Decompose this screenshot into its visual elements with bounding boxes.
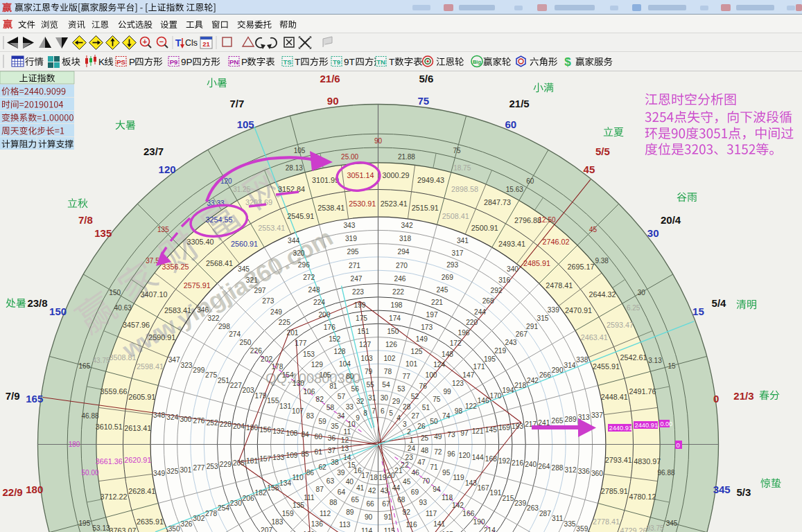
svg-text:338: 338 <box>576 356 588 364</box>
svg-text:2590.91: 2590.91 <box>148 333 175 342</box>
svg-text:344: 344 <box>288 237 299 245</box>
svg-text:297: 297 <box>254 287 266 294</box>
svg-text:157: 157 <box>259 455 271 463</box>
svg-text:291: 291 <box>526 323 538 330</box>
svg-text:Cls: Cls <box>185 38 198 48</box>
svg-text:148: 148 <box>442 351 453 358</box>
svg-text:80: 80 <box>346 373 354 380</box>
svg-text:2847.73: 2847.73 <box>484 198 511 206</box>
svg-text:350: 350 <box>168 525 180 532</box>
svg-text:3: 3 <box>403 420 407 428</box>
svg-text:79: 79 <box>365 368 373 375</box>
svg-text:10: 10 <box>347 420 356 428</box>
svg-text:69: 69 <box>411 488 419 496</box>
svg-text:43: 43 <box>381 487 389 495</box>
svg-text:T9: T9 <box>333 58 340 66</box>
svg-text:130: 130 <box>293 380 304 387</box>
svg-text:2583.41: 2583.41 <box>164 306 191 314</box>
svg-text:TN: TN <box>376 58 385 66</box>
svg-text:275: 275 <box>205 371 217 379</box>
svg-text:64: 64 <box>338 488 346 496</box>
svg-text:2515.91: 2515.91 <box>412 204 439 212</box>
svg-text:95: 95 <box>442 469 451 477</box>
svg-text:150: 150 <box>49 305 67 317</box>
svg-text:Big: Big <box>473 59 482 65</box>
svg-text:81: 81 <box>329 382 338 390</box>
svg-text:134: 134 <box>279 479 291 487</box>
svg-text:254: 254 <box>218 504 229 512</box>
svg-text:146: 146 <box>478 397 489 405</box>
svg-text:143: 143 <box>465 479 477 487</box>
svg-text:319: 319 <box>345 235 357 242</box>
svg-text:2491.76: 2491.76 <box>629 387 656 396</box>
svg-text:40.63: 40.63 <box>114 304 132 312</box>
svg-text:155: 155 <box>267 397 279 405</box>
svg-text:318: 318 <box>399 235 411 242</box>
svg-text:150: 150 <box>387 328 399 335</box>
svg-text:1: 1 <box>410 436 414 444</box>
svg-text:2593.47: 2593.47 <box>607 321 634 329</box>
svg-text:299: 299 <box>193 366 204 374</box>
svg-text:216: 216 <box>512 459 523 467</box>
svg-text:132: 132 <box>272 427 284 435</box>
svg-text:2598.41: 2598.41 <box>137 362 164 371</box>
svg-text:7/7: 7/7 <box>229 98 244 109</box>
svg-text:23/8: 23/8 <box>27 297 47 309</box>
svg-text:75: 75 <box>453 147 461 154</box>
svg-text:6: 6 <box>381 407 385 415</box>
svg-text:100: 100 <box>426 371 437 379</box>
svg-text:302: 302 <box>193 515 204 522</box>
svg-text:22: 22 <box>401 461 409 469</box>
svg-text:75: 75 <box>433 396 441 403</box>
svg-text:60: 60 <box>526 177 534 185</box>
svg-text:122: 122 <box>465 402 477 410</box>
svg-text:325: 325 <box>166 468 178 475</box>
svg-text:197: 197 <box>426 311 438 319</box>
svg-text:2500.91: 2500.91 <box>471 224 498 232</box>
svg-text:2568.41: 2568.41 <box>206 259 233 267</box>
svg-text:198: 198 <box>391 301 403 309</box>
svg-text:90: 90 <box>327 95 339 107</box>
svg-text:48: 48 <box>421 447 429 454</box>
svg-text:99: 99 <box>443 388 451 396</box>
svg-text:101: 101 <box>406 360 417 368</box>
svg-text:88: 88 <box>329 499 338 506</box>
svg-text:−: − <box>159 37 164 46</box>
svg-text:4: 4 <box>396 414 401 422</box>
svg-text:59: 59 <box>318 418 326 425</box>
svg-text:346: 346 <box>197 306 209 314</box>
svg-text:195: 195 <box>484 355 496 363</box>
svg-text:288: 288 <box>552 464 564 472</box>
svg-text:320: 320 <box>293 249 305 257</box>
svg-text:343: 343 <box>343 222 355 229</box>
svg-text:2613.41: 2613.41 <box>124 424 151 432</box>
svg-text:347: 347 <box>168 356 180 364</box>
svg-text:17: 17 <box>361 472 369 479</box>
svg-text:109: 109 <box>286 452 298 459</box>
svg-text:269: 269 <box>442 274 453 281</box>
svg-text:167: 167 <box>478 484 489 492</box>
svg-text:46.88: 46.88 <box>81 412 98 420</box>
svg-text:29: 29 <box>392 398 401 405</box>
svg-text:158: 158 <box>267 484 279 492</box>
svg-text:205: 205 <box>233 459 245 467</box>
svg-text:194: 194 <box>502 387 514 394</box>
svg-text:50.00: 50.00 <box>81 469 98 477</box>
svg-text:62: 62 <box>318 463 326 471</box>
svg-text:243: 243 <box>505 339 517 346</box>
svg-text:2793.41: 2793.41 <box>605 456 632 464</box>
svg-text:21: 21 <box>202 40 210 48</box>
svg-text:183: 183 <box>271 518 283 526</box>
svg-text:165: 165 <box>26 393 43 405</box>
svg-text:TS: TS <box>283 58 291 66</box>
svg-text:PS: PS <box>116 58 125 66</box>
svg-text:77: 77 <box>403 373 411 380</box>
svg-text:267: 267 <box>516 330 528 338</box>
svg-text:335: 335 <box>564 520 576 528</box>
svg-text:145: 145 <box>485 426 497 434</box>
svg-text:36: 36 <box>328 434 336 442</box>
svg-text:93: 93 <box>419 499 428 506</box>
svg-text:90: 90 <box>374 137 383 145</box>
svg-text:152: 152 <box>329 335 340 343</box>
svg-text:120: 120 <box>459 452 471 459</box>
